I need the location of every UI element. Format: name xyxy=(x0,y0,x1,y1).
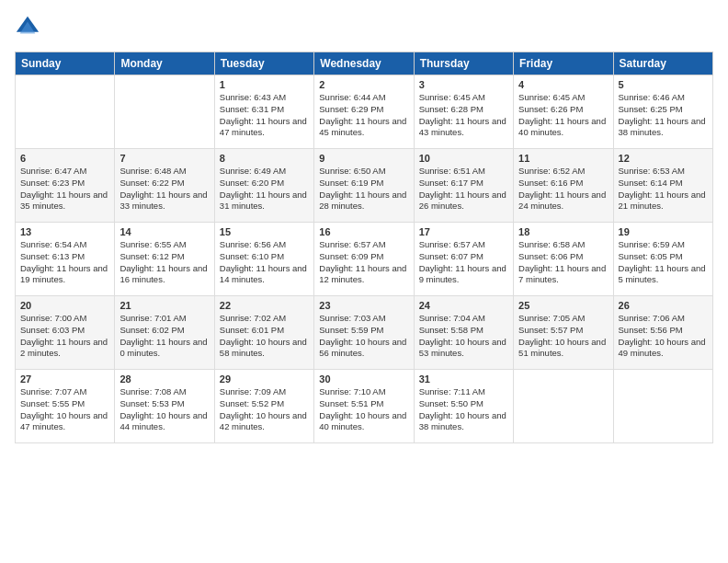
week-row-0: 1Sunrise: 6:43 AMSunset: 6:31 PMDaylight… xyxy=(16,75,713,149)
day-cell: 29Sunrise: 7:09 AMSunset: 5:52 PMDayligh… xyxy=(214,370,313,443)
day-cell: 11Sunrise: 6:52 AMSunset: 6:16 PMDayligh… xyxy=(514,149,613,223)
day-number: 7 xyxy=(119,153,209,164)
day-cell: 10Sunrise: 6:51 AMSunset: 6:17 PMDayligh… xyxy=(414,149,513,223)
day-info: Sunrise: 7:01 AMSunset: 6:02 PMDaylight:… xyxy=(119,313,209,360)
day-cell: 20Sunrise: 7:00 AMSunset: 6:03 PMDayligh… xyxy=(16,296,115,370)
day-cell xyxy=(16,75,115,149)
day-cell: 1Sunrise: 6:43 AMSunset: 6:31 PMDaylight… xyxy=(214,75,313,149)
day-info: Sunrise: 7:00 AMSunset: 6:03 PMDaylight:… xyxy=(20,313,109,360)
day-cell: 23Sunrise: 7:03 AMSunset: 5:59 PMDayligh… xyxy=(314,296,414,370)
day-number: 10 xyxy=(419,153,508,164)
day-number: 27 xyxy=(20,373,109,385)
calendar-header: SundayMondayTuesdayWednesdayThursdayFrid… xyxy=(16,52,713,75)
day-cell: 6Sunrise: 6:47 AMSunset: 6:23 PMDaylight… xyxy=(16,149,115,223)
day-cell xyxy=(115,75,214,149)
day-cell: 4Sunrise: 6:45 AMSunset: 6:26 PMDaylight… xyxy=(514,75,613,149)
day-number: 9 xyxy=(319,153,408,164)
day-cell: 8Sunrise: 6:49 AMSunset: 6:20 PMDaylight… xyxy=(214,149,313,223)
day-cell: 28Sunrise: 7:08 AMSunset: 5:53 PMDayligh… xyxy=(115,370,214,443)
day-number: 4 xyxy=(518,79,608,90)
day-info: Sunrise: 6:55 AMSunset: 6:12 PMDaylight:… xyxy=(119,239,209,286)
day-info: Sunrise: 6:45 AMSunset: 6:28 PMDaylight:… xyxy=(419,92,508,139)
day-cell: 25Sunrise: 7:05 AMSunset: 5:57 PMDayligh… xyxy=(514,296,613,370)
calendar-body: 1Sunrise: 6:43 AMSunset: 6:31 PMDaylight… xyxy=(16,75,713,443)
day-cell: 27Sunrise: 7:07 AMSunset: 5:55 PMDayligh… xyxy=(16,370,115,443)
day-cell xyxy=(613,370,712,443)
day-cell: 2Sunrise: 6:44 AMSunset: 6:29 PMDaylight… xyxy=(314,75,414,149)
day-number: 1 xyxy=(220,79,309,90)
day-number: 16 xyxy=(319,226,408,237)
day-info: Sunrise: 6:57 AMSunset: 6:07 PMDaylight:… xyxy=(419,239,508,286)
day-number: 22 xyxy=(220,300,309,311)
day-cell: 30Sunrise: 7:10 AMSunset: 5:51 PMDayligh… xyxy=(314,370,414,443)
day-cell: 13Sunrise: 6:54 AMSunset: 6:13 PMDayligh… xyxy=(16,223,115,296)
header-saturday: Saturday xyxy=(613,52,712,75)
day-number: 30 xyxy=(319,373,408,385)
day-info: Sunrise: 6:45 AMSunset: 6:26 PMDaylight:… xyxy=(518,92,608,139)
day-cell: 9Sunrise: 6:50 AMSunset: 6:19 PMDaylight… xyxy=(314,149,414,223)
day-number: 23 xyxy=(319,300,408,311)
header-wednesday: Wednesday xyxy=(314,52,414,75)
day-info: Sunrise: 7:09 AMSunset: 5:52 PMDaylight:… xyxy=(220,386,309,433)
day-number: 20 xyxy=(20,300,109,311)
day-info: Sunrise: 6:46 AMSunset: 6:25 PMDaylight:… xyxy=(619,92,708,139)
header-friday: Friday xyxy=(514,52,613,75)
logo xyxy=(15,15,44,40)
day-number: 12 xyxy=(619,153,708,164)
day-cell xyxy=(514,370,613,443)
day-number: 31 xyxy=(419,373,508,385)
header-row: SundayMondayTuesdayWednesdayThursdayFrid… xyxy=(16,52,713,75)
day-info: Sunrise: 6:59 AMSunset: 6:05 PMDaylight:… xyxy=(619,239,708,286)
day-info: Sunrise: 7:02 AMSunset: 6:01 PMDaylight:… xyxy=(220,313,309,360)
week-row-1: 6Sunrise: 6:47 AMSunset: 6:23 PMDaylight… xyxy=(16,149,713,223)
day-cell: 22Sunrise: 7:02 AMSunset: 6:01 PMDayligh… xyxy=(214,296,313,370)
day-info: Sunrise: 6:48 AMSunset: 6:22 PMDaylight:… xyxy=(119,166,209,213)
logo-icon xyxy=(15,15,40,40)
week-row-3: 20Sunrise: 7:00 AMSunset: 6:03 PMDayligh… xyxy=(16,296,713,370)
day-info: Sunrise: 6:57 AMSunset: 6:09 PMDaylight:… xyxy=(319,239,408,286)
day-info: Sunrise: 6:43 AMSunset: 6:31 PMDaylight:… xyxy=(220,92,309,139)
day-info: Sunrise: 6:52 AMSunset: 6:16 PMDaylight:… xyxy=(518,166,608,213)
day-number: 25 xyxy=(518,300,608,311)
day-info: Sunrise: 7:07 AMSunset: 5:55 PMDaylight:… xyxy=(20,386,109,433)
day-cell: 17Sunrise: 6:57 AMSunset: 6:07 PMDayligh… xyxy=(414,223,513,296)
day-info: Sunrise: 6:54 AMSunset: 6:13 PMDaylight:… xyxy=(20,239,109,286)
day-info: Sunrise: 7:04 AMSunset: 5:58 PMDaylight:… xyxy=(419,313,508,360)
header-monday: Monday xyxy=(115,52,214,75)
day-cell: 16Sunrise: 6:57 AMSunset: 6:09 PMDayligh… xyxy=(314,223,414,296)
day-cell: 5Sunrise: 6:46 AMSunset: 6:25 PMDaylight… xyxy=(613,75,712,149)
day-cell: 15Sunrise: 6:56 AMSunset: 6:10 PMDayligh… xyxy=(214,223,313,296)
day-number: 11 xyxy=(518,153,608,164)
day-cell: 21Sunrise: 7:01 AMSunset: 6:02 PMDayligh… xyxy=(115,296,214,370)
day-cell: 14Sunrise: 6:55 AMSunset: 6:12 PMDayligh… xyxy=(115,223,214,296)
day-number: 18 xyxy=(518,226,608,237)
week-row-4: 27Sunrise: 7:07 AMSunset: 5:55 PMDayligh… xyxy=(16,370,713,443)
day-info: Sunrise: 6:56 AMSunset: 6:10 PMDaylight:… xyxy=(220,239,309,286)
day-cell: 7Sunrise: 6:48 AMSunset: 6:22 PMDaylight… xyxy=(115,149,214,223)
day-info: Sunrise: 6:47 AMSunset: 6:23 PMDaylight:… xyxy=(20,166,109,213)
calendar-table: SundayMondayTuesdayWednesdayThursdayFrid… xyxy=(15,52,713,443)
header-thursday: Thursday xyxy=(414,52,513,75)
day-number: 15 xyxy=(220,226,309,237)
day-number: 5 xyxy=(619,79,708,90)
day-number: 29 xyxy=(220,373,309,385)
day-cell: 18Sunrise: 6:58 AMSunset: 6:06 PMDayligh… xyxy=(514,223,613,296)
day-info: Sunrise: 7:05 AMSunset: 5:57 PMDaylight:… xyxy=(518,313,608,360)
day-info: Sunrise: 6:51 AMSunset: 6:17 PMDaylight:… xyxy=(419,166,508,213)
day-info: Sunrise: 6:44 AMSunset: 6:29 PMDaylight:… xyxy=(319,92,408,139)
day-info: Sunrise: 6:50 AMSunset: 6:19 PMDaylight:… xyxy=(319,166,408,213)
day-info: Sunrise: 6:53 AMSunset: 6:14 PMDaylight:… xyxy=(619,166,708,213)
header-tuesday: Tuesday xyxy=(214,52,313,75)
day-number: 2 xyxy=(319,79,408,90)
day-info: Sunrise: 7:11 AMSunset: 5:50 PMDaylight:… xyxy=(419,386,508,433)
day-number: 3 xyxy=(419,79,508,90)
day-info: Sunrise: 7:08 AMSunset: 5:53 PMDaylight:… xyxy=(119,386,209,433)
day-number: 24 xyxy=(419,300,508,311)
week-row-2: 13Sunrise: 6:54 AMSunset: 6:13 PMDayligh… xyxy=(16,223,713,296)
day-number: 8 xyxy=(220,153,309,164)
day-info: Sunrise: 6:49 AMSunset: 6:20 PMDaylight:… xyxy=(220,166,309,213)
day-number: 19 xyxy=(619,226,708,237)
day-number: 21 xyxy=(119,300,209,311)
day-info: Sunrise: 7:06 AMSunset: 5:56 PMDaylight:… xyxy=(619,313,708,360)
day-cell: 12Sunrise: 6:53 AMSunset: 6:14 PMDayligh… xyxy=(613,149,712,223)
